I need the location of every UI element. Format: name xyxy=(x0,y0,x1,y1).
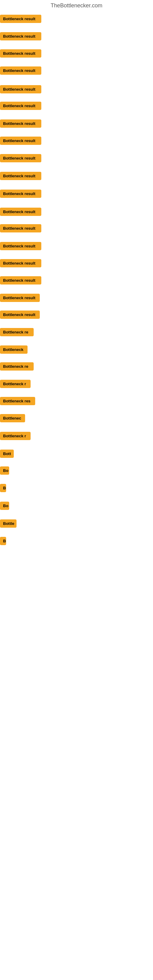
bottleneck-badge-19: Bottleneck xyxy=(0,345,27,354)
bottleneck-badge-24: Bottleneck r xyxy=(0,432,30,440)
bottleneck-badge-12: Bottleneck result xyxy=(0,224,41,232)
bottleneck-badge-6: Bottleneck result xyxy=(0,119,41,128)
bottleneck-badge-3: Bottleneck result xyxy=(0,67,41,75)
bottleneck-badge-30: B xyxy=(0,537,6,545)
bottleneck-badge-5: Bottleneck result xyxy=(0,102,41,110)
bottleneck-badge-22: Bottleneck res xyxy=(0,397,35,405)
bottleneck-badge-20: Bottleneck re xyxy=(0,362,33,371)
site-title: TheBottlenecker.com xyxy=(0,0,153,10)
bottleneck-badge-18: Bottleneck re xyxy=(0,328,33,336)
bottleneck-badge-26: Bo xyxy=(0,466,9,475)
bottleneck-badge-27: B xyxy=(0,484,6,492)
bottleneck-badge-15: Bottleneck result xyxy=(0,276,41,285)
bottleneck-badge-23: Bottlenec xyxy=(0,414,25,422)
bottleneck-badge-1: Bottleneck result xyxy=(0,32,41,40)
bottleneck-badge-16: Bottleneck result xyxy=(0,294,40,302)
bottleneck-badge-13: Bottleneck result xyxy=(0,242,41,250)
bottleneck-badge-21: Bottleneck r xyxy=(0,380,30,388)
bottleneck-badge-2: Bottleneck result xyxy=(0,49,41,57)
bottleneck-badge-17: Bottleneck result xyxy=(0,310,40,319)
bottleneck-badge-10: Bottleneck result xyxy=(0,189,41,198)
rows-container: Bottleneck resultBottleneck resultBottle… xyxy=(0,10,153,975)
bottleneck-badge-25: Bott xyxy=(0,450,14,458)
bottleneck-badge-4: Bottleneck result xyxy=(0,85,41,94)
bottleneck-badge-28: Bo xyxy=(0,502,9,510)
bottleneck-badge-9: Bottleneck result xyxy=(0,172,41,180)
bottleneck-badge-0: Bottleneck result xyxy=(0,15,41,23)
bottleneck-badge-14: Bottleneck result xyxy=(0,259,41,267)
bottleneck-badge-7: Bottleneck result xyxy=(0,137,41,145)
bottleneck-badge-8: Bottleneck result xyxy=(0,154,41,162)
bottleneck-badge-11: Bottleneck result xyxy=(0,208,41,216)
page-container: TheBottlenecker.com Bottleneck resultBot… xyxy=(0,0,153,980)
bottleneck-badge-29: Bottle xyxy=(0,519,16,528)
